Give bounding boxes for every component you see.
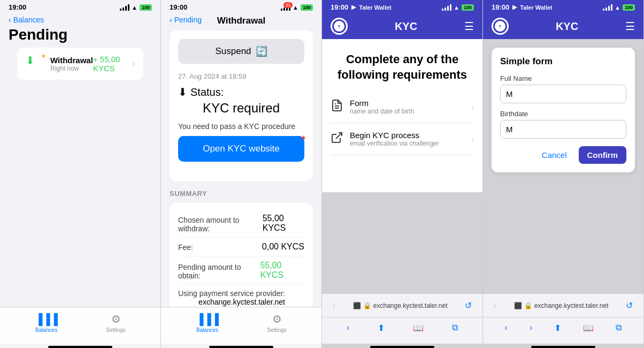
provider-label: Using payment service provider: — [178, 289, 285, 298]
phone2-header: ‹ Pending Withdrawal — [161, 13, 321, 31]
phone3-time: 19:00 — [331, 3, 348, 11]
pending-label: Pending amount to obtain: — [178, 263, 260, 280]
browser-share-button[interactable]: ⬆ — [378, 323, 385, 333]
battery-badge: 100 — [462, 4, 474, 11]
home-indicator — [531, 346, 595, 348]
card-left: ⬇ ★ Withdrawal Right now — [26, 54, 93, 73]
phone4-content: Simple form Full Name Birthdate Cancel C… — [483, 39, 643, 293]
form-option-chevron-icon: › — [471, 103, 474, 111]
back-to-pending[interactable]: ‹ Pending — [170, 16, 202, 24]
kyc-option-begin[interactable]: Begin KYC process email verification via… — [331, 123, 474, 155]
browser-forward-button[interactable]: › — [347, 323, 349, 333]
browser-tabs-button[interactable]: ⧉ — [616, 323, 622, 333]
hamburger-menu-icon[interactable]: ☰ — [464, 20, 474, 33]
card-subtitle: Right now — [50, 65, 93, 72]
phone1-header: ‹ Balances Pending — [0, 13, 160, 48]
nav-balances-label: Balances — [35, 327, 57, 333]
bottom-nav: ▐▐▐ Balances ⚙ Settings — [0, 307, 160, 344]
card-info: Withdrawal Right now — [50, 56, 93, 72]
kyc-btn-wrapper: Open KYC website ★ — [178, 136, 304, 172]
summary-chosen-row: Chosen amount to withdraw: 55,00 KYCS — [178, 209, 304, 238]
chosen-value: 55,00 KYCS — [263, 214, 304, 233]
phone2-time: 19:00 — [170, 3, 187, 11]
status-label: ⬇ Status: — [178, 86, 304, 99]
back-link-label: Pending — [174, 16, 202, 24]
phone2-status-icons: 21 ▲ 100 — [281, 4, 313, 11]
battery-badge: 100 — [140, 4, 152, 11]
suspend-button[interactable]: Suspend 🔄 — [178, 39, 304, 64]
browser-forward-button[interactable]: › — [530, 323, 532, 333]
card-amount: + 55,00 KYCS — [93, 55, 129, 73]
phone4-status-icons: ▲ 100 — [603, 4, 635, 11]
withdrawal-detail-card: Suspend 🔄 27. Aug 2024 at 18:59 ⬇ Status… — [170, 31, 313, 181]
back-to-balances[interactable]: ‹ Balances — [9, 16, 152, 24]
browser-back2-button[interactable]: ‹ — [505, 323, 508, 333]
phone1-time: 19:00 — [9, 3, 26, 11]
kyc-header-title: KYC — [556, 20, 578, 33]
begin-option-chevron-icon: › — [471, 135, 474, 143]
begin-option-subtitle: email verification via challenger — [350, 140, 439, 147]
browser-url-text: exchange.kyctest.taler.net — [373, 302, 448, 309]
external-link-icon — [331, 131, 343, 147]
settings-icon: ⚙ — [272, 313, 282, 326]
suspend-icon: 🔄 — [256, 46, 267, 57]
wifi-icon: ▲ — [615, 4, 620, 11]
browser-reload-button[interactable]: ↺ — [461, 298, 476, 313]
battery-badge: 100 — [623, 4, 635, 11]
wifi-icon: ▲ — [293, 4, 298, 11]
birthdate-input[interactable] — [500, 120, 626, 139]
balances-icon: ▐▐▐ — [35, 313, 58, 326]
open-kyc-button[interactable]: Open KYC website ★ — [178, 136, 304, 162]
browser-bookmark-button[interactable]: 📖 — [413, 323, 424, 333]
browser-url: ⬛ 🔒 exchange.kyctest.taler.net — [340, 302, 461, 309]
nav-settings[interactable]: ⚙ Settings — [106, 313, 126, 333]
kyc-gray-area — [322, 192, 482, 293]
full-name-field: Full Name — [500, 74, 626, 103]
timestamp: 27. Aug 2024 at 18:59 — [178, 72, 304, 80]
browser-tabs-button[interactable]: ⧉ — [452, 323, 458, 333]
signal-icon — [120, 4, 129, 11]
confirm-label: Confirm — [587, 150, 618, 160]
browser-url-text: exchange.kyctest.taler.net — [534, 302, 609, 309]
cancel-button[interactable]: Cancel — [535, 146, 573, 164]
card-title: Withdrawal — [50, 56, 93, 65]
summary-title: SUMMARY — [170, 190, 313, 198]
kyc-note: You need to pass a KYC procedure — [178, 122, 304, 131]
nav-settings-label: Settings — [267, 327, 287, 333]
nav-balances[interactable]: ▐▐▐ Balances — [196, 313, 219, 333]
phone1-content: ⬇ ★ Withdrawal Right now + 55,00 KYCS › — [0, 48, 160, 88]
summary-pending-row: Pending amount to obtain: 55,00 KYCS — [178, 256, 304, 285]
kyc-option-form[interactable]: Form name and date of birth › — [331, 91, 474, 123]
kyc-instructions: Complete any of the following requiremen… — [322, 39, 482, 91]
open-kyc-label: Open KYC website — [203, 143, 280, 154]
fee-label: Fee: — [178, 243, 193, 252]
notification-badge: 21 — [283, 2, 293, 8]
phone3-status-left: 19:00 ▶ Taler Wallet — [331, 3, 392, 11]
withdrawal-card[interactable]: ⬇ ★ Withdrawal Right now + 55,00 KYCS › — [17, 48, 143, 80]
browser-bookmark-button[interactable]: 📖 — [583, 323, 594, 333]
withdrawal-icon: ⬇ ★ — [26, 54, 45, 73]
signal-icon — [603, 4, 612, 11]
browser-share-button[interactable]: ⬆ — [554, 323, 561, 333]
browser-bottom-actions: ‹ › ⬆ 📖 ⧉ — [483, 317, 643, 344]
full-name-input[interactable] — [500, 85, 626, 103]
nav-settings-label: Settings — [106, 327, 126, 333]
nav-balances[interactable]: ▐▐▐ Balances — [35, 313, 58, 333]
browser-back-button[interactable]: ‹ — [489, 299, 501, 313]
browser-reload-button[interactable]: ↺ — [622, 298, 637, 313]
wifi-icon: ▲ — [132, 4, 137, 11]
simple-form-panel: Simple form Full Name Birthdate Cancel C… — [492, 48, 635, 172]
browser-back-button[interactable]: ‹ — [328, 299, 340, 313]
nav-settings[interactable]: ⚙ Settings — [267, 313, 287, 333]
nav-balances-label: Balances — [196, 327, 218, 333]
arrow-icon: ⬇ — [178, 86, 187, 99]
hamburger-menu-icon[interactable]: ☰ — [625, 20, 635, 33]
home-indicator — [48, 346, 112, 348]
confirm-button[interactable]: Confirm — [579, 146, 627, 164]
signal-icon — [442, 4, 451, 11]
phone4-kyc-nav-header: T KYC ☰ — [483, 13, 643, 39]
full-name-label: Full Name — [500, 74, 626, 82]
phone1-status-bar: 19:00 ▲ 100 — [0, 0, 160, 13]
phone4-status-left: 19:00 ▶ Taler Wallet — [492, 3, 553, 11]
taler-logo: T — [331, 18, 348, 35]
